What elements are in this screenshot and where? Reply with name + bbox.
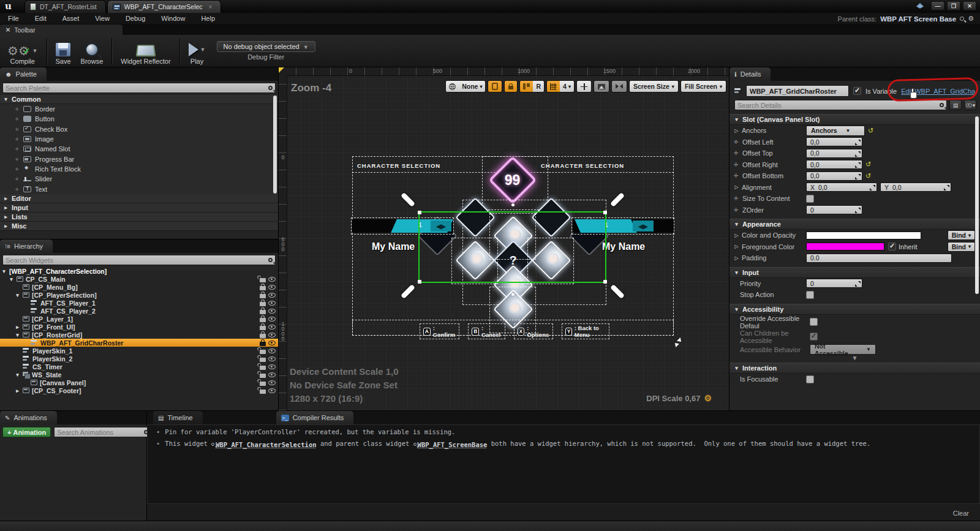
asset-tab-roster-list[interactable]: DT_AFT_RosterList	[24, 0, 106, 13]
play-button[interactable]: ▼ Play	[184, 36, 211, 66]
menu-debug[interactable]: Debug	[118, 13, 153, 24]
lock-icon[interactable]	[260, 358, 266, 362]
animations-tab[interactable]: ✎ Animations	[0, 411, 57, 424]
section-appearance[interactable]: ▾Appearance	[729, 219, 980, 230]
details-search-input[interactable]	[737, 102, 940, 109]
alignment-y-field[interactable]: Y0,0	[880, 183, 951, 192]
flip-preview-button[interactable]	[611, 80, 627, 92]
visibility-icon[interactable]	[268, 364, 276, 369]
visibility-icon[interactable]	[268, 325, 276, 330]
edit-parent-icon[interactable]: ⚙	[968, 15, 974, 23]
offset-bottom-field[interactable]: 0,0	[806, 171, 862, 181]
offset-right-field[interactable]: 0,0	[806, 160, 862, 169]
palette-item-image[interactable]: ∗Image	[0, 134, 278, 144]
lock-widgets-button[interactable]	[504, 80, 518, 92]
widget-asset-link[interactable]: WBP_AFT_CharacterSelection	[211, 441, 316, 448]
widget-name-input[interactable]: WBP_AFT_GridCharRoster	[746, 85, 849, 97]
debug-object-dropdown[interactable]: No debug object selected ▼	[217, 41, 315, 52]
selection-box[interactable]	[418, 211, 606, 283]
visibility-icon[interactable]	[268, 309, 276, 314]
color-opacity-swatch[interactable]	[806, 232, 921, 239]
anchors-dropdown[interactable]: Anchors▼	[806, 126, 865, 136]
lock-icon[interactable]	[260, 350, 266, 354]
tab-close-icon[interactable]: ×	[209, 4, 213, 10]
palette-item-border[interactable]: ∗Border	[0, 104, 278, 114]
lock-icon[interactable]	[260, 286, 266, 290]
lock-icon[interactable]	[260, 310, 266, 314]
menu-view[interactable]: View	[87, 13, 118, 24]
preview-background-button[interactable]	[594, 80, 609, 92]
offset-top-field[interactable]: 0,0	[806, 149, 862, 158]
player2-arrows[interactable]: ◀▶	[633, 220, 654, 232]
lock-icon[interactable]	[260, 374, 266, 378]
palette-item-named-slot[interactable]: ∗Named Slot	[0, 144, 278, 154]
player1-name-text[interactable]: My Name	[372, 241, 415, 252]
add-animation-button[interactable]: +Animation	[2, 427, 51, 437]
palette-group-lists[interactable]: ▸Lists	[0, 213, 278, 222]
palette-item-progress-bar[interactable]: ∗Progress Bar	[0, 154, 278, 164]
inherit-checkbox[interactable]	[888, 243, 896, 250]
palette-group-editor[interactable]: ▸Editor	[0, 194, 278, 203]
palette-search-input[interactable]	[6, 85, 268, 92]
lock-icon[interactable]	[260, 382, 266, 386]
menu-edit[interactable]: Edit	[27, 13, 55, 24]
play-dropdown-icon[interactable]: ▼	[200, 47, 206, 53]
zorder-field[interactable]: 0	[806, 205, 862, 214]
reset-icon[interactable]: ↺	[865, 160, 871, 168]
details-scrollbar[interactable]	[975, 116, 979, 294]
lock-icon[interactable]	[260, 294, 266, 298]
size-to-content-checkbox[interactable]	[806, 195, 814, 203]
hierarchy-row[interactable]: ▸[CP_CS_Footer]	[0, 386, 278, 394]
palette-item-rich-text[interactable]: ∗Rich Text Block	[0, 164, 278, 174]
palette-group-misc[interactable]: ▸Misc	[0, 222, 278, 231]
reset-icon[interactable]: ↺	[868, 127, 873, 135]
grid-snap-control[interactable]: 4▾	[546, 80, 575, 92]
menu-asset[interactable]: Asset	[55, 13, 88, 24]
visibility-icon[interactable]	[268, 341, 276, 345]
lock-icon[interactable]	[260, 366, 266, 370]
lock-icon[interactable]	[260, 278, 266, 282]
palette-scrollbar[interactable]	[273, 96, 277, 194]
override-accessible-checkbox[interactable]	[810, 318, 818, 326]
transform-mode-button[interactable]	[576, 80, 592, 92]
foreground-color-swatch[interactable]	[806, 243, 884, 250]
lock-icon[interactable]	[260, 342, 266, 346]
hierarchy-row[interactable]: AFT_CS_Player_1	[0, 299, 278, 307]
hierarchy-row[interactable]: ▾WS_State	[0, 371, 278, 378]
localization-preview-dropdown[interactable]: None▾	[445, 80, 486, 92]
clear-log-button[interactable]: Clear	[953, 510, 969, 517]
window-maximize-button[interactable]: ❐	[947, 1, 960, 10]
hierarchy-row[interactable]: PlayerSkin_1	[0, 347, 278, 355]
player2-name-text[interactable]: My Name	[602, 241, 645, 252]
palette-group-common[interactable]: ▾Common	[0, 95, 278, 104]
visibility-icon[interactable]	[268, 388, 276, 393]
property-matrix-button[interactable]: ▤	[949, 100, 962, 110]
visibility-icon[interactable]	[268, 285, 276, 290]
hierarchy-tab[interactable]: ⁝≡ Hierarchy	[0, 239, 53, 253]
padding-field[interactable]: 0.0	[806, 254, 952, 263]
section-interaction[interactable]: ▾Interaction	[729, 363, 980, 374]
lock-icon[interactable]	[260, 302, 266, 306]
hierarchy-row[interactable]: AFT_CS_Player_2	[0, 307, 278, 315]
browse-to-parent-icon[interactable]	[960, 17, 964, 21]
visibility-icon[interactable]	[268, 317, 276, 322]
visibility-icon[interactable]	[268, 372, 276, 377]
offset-left-field[interactable]: 0,0	[806, 137, 862, 146]
designer-viewport[interactable]: 0 500 1000 1500 2000 0 500 1000 Zoom -4 …	[279, 67, 729, 410]
menu-help[interactable]: Help	[193, 13, 223, 24]
is-focusable-checkbox[interactable]	[806, 375, 814, 383]
widget-reflector-button[interactable]: Widget Reflector	[116, 36, 175, 66]
hierarchy-row[interactable]: [CP_Layer_1]	[0, 315, 278, 323]
visibility-icon[interactable]	[268, 348, 276, 353]
hierarchy-row[interactable]: [CP_Menu_Bg]	[0, 283, 278, 291]
hierarchy-row[interactable]: ▾CP_CS_Main	[0, 275, 278, 283]
lock-icon[interactable]	[260, 326, 266, 330]
details-tab[interactable]: ℹ Details	[729, 67, 771, 81]
window-close-button[interactable]: ✕	[963, 1, 976, 10]
priority-field[interactable]: 0	[806, 279, 862, 288]
palette-tab[interactable]: ☻ Palette	[0, 67, 47, 81]
visibility-icon[interactable]	[268, 356, 276, 361]
hierarchy-row-selected[interactable]: WBP_AFT_GridCharRoster	[0, 339, 278, 347]
visibility-icon[interactable]	[268, 301, 276, 306]
lock-icon[interactable]	[260, 334, 266, 338]
